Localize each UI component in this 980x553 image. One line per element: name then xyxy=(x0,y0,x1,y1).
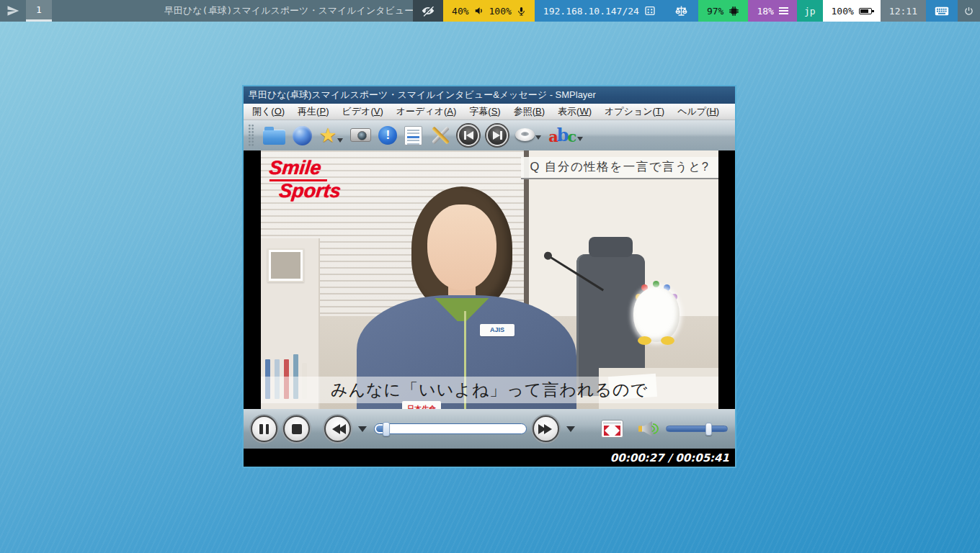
next-icon xyxy=(486,125,508,146)
power-module[interactable] xyxy=(958,0,980,22)
subtitle-track-button[interactable]: abc xyxy=(548,127,583,144)
star-icon: ★ xyxy=(319,126,337,145)
chip-icon xyxy=(729,6,739,17)
previous-button[interactable] xyxy=(458,125,479,146)
face xyxy=(427,204,496,289)
menu-item-h[interactable]: ヘルプ(H) xyxy=(671,104,726,120)
network-module[interactable]: 192.168.10.147/24 xyxy=(535,0,664,22)
clock-module[interactable]: 12:11 xyxy=(881,0,926,22)
audio-track-icon xyxy=(515,128,535,141)
menu-item-a[interactable]: オーディオ(A) xyxy=(390,104,463,120)
menu-item-w[interactable]: 表示(W) xyxy=(551,104,598,120)
toolbar: ★ ! abc xyxy=(244,120,735,150)
playlist-icon xyxy=(404,126,422,145)
previous-icon xyxy=(458,125,479,146)
menu-item-s[interactable]: 字幕(S) xyxy=(463,104,507,120)
globe-icon xyxy=(293,126,312,145)
keyboard-icon xyxy=(935,6,949,17)
rewind-dropdown-icon[interactable] xyxy=(358,426,367,432)
video-area[interactable]: AJIS 日本生命 CJf SEKISUI Smile Sports Q 自分の… xyxy=(244,150,735,409)
mute-button[interactable] xyxy=(638,420,660,439)
subtitle-dropdown-icon[interactable] xyxy=(577,137,583,141)
folder-icon xyxy=(263,130,285,145)
volume-slider[interactable] xyxy=(666,426,728,432)
audio-track-button[interactable] xyxy=(515,128,541,143)
speaker-icon xyxy=(474,6,484,16)
fast-forward-dropdown-icon[interactable] xyxy=(566,426,575,432)
volume-handle[interactable] xyxy=(705,423,712,436)
battery-value: 100% xyxy=(832,6,854,17)
pause-button[interactable] xyxy=(251,415,277,442)
stop-button[interactable] xyxy=(283,415,310,442)
stop-icon xyxy=(292,424,302,434)
menu-bar: 開く(O)再生(P)ビデオ(V)オーディオ(A)字幕(S)参照(B)表示(W)オ… xyxy=(244,104,735,120)
subtitle-band: みんなに「いいよね」って言われるので xyxy=(261,377,718,403)
cpu-value: 97% xyxy=(707,6,723,17)
workspace-button[interactable]: 1 xyxy=(26,0,52,22)
fast-forward-icon xyxy=(540,424,552,434)
menu-lines-icon xyxy=(779,6,788,16)
camera-icon xyxy=(350,128,371,142)
smile-sports-logo: Smile Sports xyxy=(265,159,344,200)
clock-value: 12:11 xyxy=(889,6,917,17)
seek-handle[interactable] xyxy=(383,422,390,436)
information-button[interactable]: ! xyxy=(378,126,397,145)
open-file-button[interactable] xyxy=(263,127,285,145)
focused-window-title: 早田ひな(卓球)スマイルスポーツ・スマイルインタビュー&メッセージ - SMPl… xyxy=(164,0,413,22)
pause-icon xyxy=(259,424,269,434)
network-interface-icon xyxy=(644,5,656,17)
abc-subtitle-icon: abc xyxy=(548,127,576,144)
jersey-patch-ajis: AJIS xyxy=(480,324,514,337)
menu-item-p[interactable]: 再生(P) xyxy=(291,104,335,120)
tools-icon xyxy=(429,125,450,146)
mic-volume-value: 100% xyxy=(489,6,512,17)
fullscreen-button[interactable] xyxy=(601,420,623,438)
playlist-button[interactable] xyxy=(404,126,422,145)
next-button[interactable] xyxy=(486,125,508,146)
menu-item-v[interactable]: ビデオ(V) xyxy=(335,104,389,120)
audio-dropdown-icon[interactable] xyxy=(535,135,541,140)
memory-module[interactable]: 18% xyxy=(748,0,796,22)
interviewee: AJIS 日本生命 CJf SEKISUI xyxy=(352,186,582,409)
toolbar-grip[interactable] xyxy=(248,124,254,147)
top-bar: 1 早田ひな(卓球)スマイルスポーツ・スマイルインタビュー&メッセージ - SM… xyxy=(0,0,980,22)
question-caption: Q 自分の性格を一言で言うと? xyxy=(521,157,718,179)
picture-frame xyxy=(267,248,304,282)
power-icon xyxy=(964,6,974,16)
video-frame: AJIS 日本生命 CJf SEKISUI Smile Sports Q 自分の… xyxy=(261,150,718,409)
window-titlebar[interactable]: 早田ひな(卓球)スマイルスポーツ・スマイルインタビュー&メッセージ - SMPl… xyxy=(244,86,735,104)
microphone-icon xyxy=(517,6,526,17)
memory-value: 18% xyxy=(757,6,773,17)
seek-slider[interactable] xyxy=(374,423,527,434)
favorites-button[interactable]: ★ xyxy=(319,126,343,145)
eye-hidden-module[interactable] xyxy=(413,0,443,22)
preferences-button[interactable] xyxy=(429,125,450,146)
menu-item-o[interactable]: 開く(O) xyxy=(246,104,291,120)
smplayer-window: 早田ひな(卓球)スマイルスポーツ・スマイルインタビュー&メッセージ - SMPl… xyxy=(242,85,736,468)
mascot-plush xyxy=(633,287,680,341)
favorites-dropdown-icon[interactable] xyxy=(337,138,343,143)
load-module[interactable] xyxy=(664,0,698,22)
scales-icon xyxy=(674,4,688,18)
window-title: 早田ひな(卓球)スマイルスポーツ・スマイルインタビュー&メッセージ - SMPl… xyxy=(249,89,596,102)
menu-item-b[interactable]: 参照(B) xyxy=(507,104,551,120)
info-icon: ! xyxy=(378,126,397,145)
cpu-module[interactable]: 97% xyxy=(698,0,748,22)
speaker-volume-value: 40% xyxy=(452,6,468,17)
rewind-button[interactable] xyxy=(324,415,351,442)
paper-plane-icon xyxy=(0,0,26,22)
keyboard-indicator-module[interactable] xyxy=(926,0,958,22)
status-bar: 00:00:27 / 00:05:41 xyxy=(244,449,735,467)
eye-hidden-icon xyxy=(421,4,435,18)
layout-value: jp xyxy=(804,6,816,17)
rewind-icon xyxy=(332,424,344,434)
open-url-button[interactable] xyxy=(293,126,312,145)
volume-module[interactable]: 40% 100% xyxy=(443,0,535,22)
screenshot-button[interactable] xyxy=(350,128,371,143)
keyboard-layout-module[interactable]: jp xyxy=(797,0,823,22)
ip-address: 192.168.10.147/24 xyxy=(543,6,639,17)
status-tray: 40% 100% 192.168.10.147/24 xyxy=(413,0,980,22)
menu-item-t[interactable]: オプション(T) xyxy=(598,104,671,120)
battery-module[interactable]: 100% xyxy=(823,0,881,22)
fast-forward-button[interactable] xyxy=(533,415,559,442)
